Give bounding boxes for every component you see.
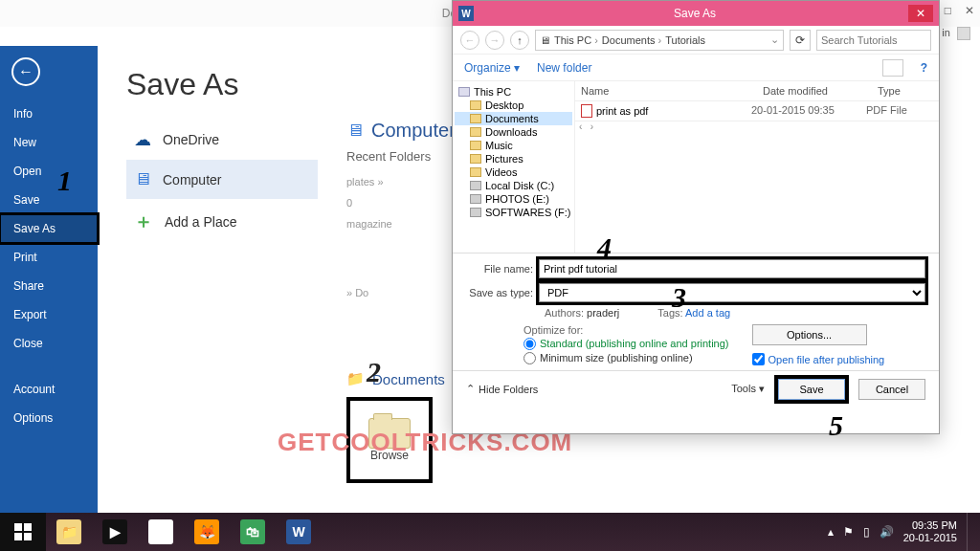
options-button[interactable]: Options... [752,324,867,345]
file-list-header[interactable]: Name Date modified Type [575,81,939,101]
tree-item[interactable]: Music [455,139,572,152]
save-button[interactable]: Save [778,379,845,400]
saveastype-select[interactable]: PDF [539,283,925,302]
search-input[interactable] [816,30,931,51]
add-tag-link[interactable]: Add a tag [685,307,730,319]
col-name[interactable]: Name [575,81,757,100]
folder-icon [470,154,481,164]
place-onedrive[interactable]: ☁ OneDrive [126,120,318,160]
folder-icon [470,127,481,137]
save-as-dialog: W Save As ✕ ← → ↑ 🖥 This PC Documents Tu… [452,0,940,434]
breadcrumb-item[interactable]: Documents [602,34,661,46]
folder-icon [470,141,481,150]
chevron-down-icon[interactable]: ⌄ [770,33,779,46]
sidebar-item-account[interactable]: Account [0,375,98,404]
open-after-checkbox[interactable]: Open file after publishing [752,353,885,365]
taskbar-firefox[interactable]: 🦊 [184,513,230,551]
tree-item[interactable]: Documents [455,112,572,125]
help-icon[interactable]: ? [921,61,927,75]
pdf-icon [581,104,592,118]
hide-folders-button[interactable]: ⌃ Hide Folders [466,383,538,395]
sidebar-item-export[interactable]: Export [0,300,98,329]
chevron-up-icon: ⌃ [466,383,475,395]
back-button[interactable]: ← [11,57,40,86]
computer-icon: 🖥 [134,169,151,189]
sidebar-item-share[interactable]: Share [0,272,98,300]
taskbar-clock[interactable]: 09:35 PM 20-01-2015 [903,519,957,544]
taskbar-file-explorer[interactable]: 📁 [46,513,92,551]
sidebar-item-close[interactable]: Close [0,329,98,358]
flag-icon[interactable]: ⚑ [843,525,854,539]
nav-up-button[interactable]: ↑ [510,31,529,50]
avatar-icon[interactable] [957,27,970,40]
drive-icon [470,181,481,190]
sidebar-item-open[interactable]: Open [0,157,98,186]
restore-icon[interactable]: □ [945,4,951,17]
close-icon[interactable]: ✕ [965,4,974,17]
dialog-title: Save As [481,7,908,20]
tree-item[interactable]: PHOTOS (E:) [455,192,572,206]
backstage-sidebar: ← Info New Open Save Save As Print Share… [0,46,98,513]
nav-forward-button[interactable]: → [485,31,504,50]
network-icon[interactable]: ▯ [863,525,870,539]
volume-icon[interactable]: 🔊 [880,525,894,539]
authors-value[interactable]: praderj [587,307,619,319]
sidebar-item-new[interactable]: New [0,128,98,157]
tree-item[interactable]: Local Disk (C:) [455,179,572,192]
sidebar-item-save[interactable]: Save [0,186,98,214]
tree-item[interactable]: Videos [455,165,572,179]
refresh-button[interactable]: ⟳ [790,30,811,51]
computer-icon: 🖥 [346,121,364,141]
file-row[interactable]: print as pdf20-01-2015 09:35PDF File [575,101,939,121]
taskbar-word[interactable]: W [276,513,322,551]
optimize-minimum-radio[interactable]: Minimum size (publishing online) [523,352,729,364]
sidebar-item-info[interactable]: Info [0,99,98,128]
folder-tree[interactable]: This PCDesktopDocumentsDownloadsMusicPic… [453,81,575,253]
sidebar-item-print[interactable]: Print [0,243,98,272]
clock-date: 20-01-2015 [903,532,957,544]
tools-menu[interactable]: Tools ▾ [731,383,765,395]
place-onedrive-label: OneDrive [163,132,219,147]
tree-item[interactable]: Desktop [455,99,572,112]
word-backstage-window: Document1 - Word ? — □ ✕ Sign in ← Info … [0,0,980,513]
taskbar-chrome[interactable]: ◉ [138,513,184,551]
tree-item[interactable]: SOFTWARES (F:) [455,206,572,219]
dialog-nav: ← → ↑ 🖥 This PC Documents Tutorials ⌄ ⟳ [453,26,939,55]
breadcrumb-item[interactable]: This PC [554,34,598,46]
tree-item[interactable]: Downloads [455,125,572,139]
dialog-footer: ⌃ Hide Folders Tools ▾ Save Cancel [453,370,939,407]
filename-label: File name: [466,263,539,275]
system-tray: ▴ ⚑ ▯ 🔊 09:35 PM 20-01-2015 [828,513,980,551]
annotation-4: 4 [597,231,612,264]
start-button[interactable] [0,513,46,551]
taskbar: 📁 ▶ ◉ 🦊 🛍 W ▴ ⚑ ▯ 🔊 09:35 PM 20-01-2015 [0,513,980,551]
tree-item[interactable]: This PC [455,85,572,99]
col-date[interactable]: Date modified [757,81,872,100]
breadcrumb-item[interactable]: Tutorials [665,34,705,46]
nav-back-button[interactable]: ← [460,31,479,50]
tree-item[interactable]: Pictures [455,152,572,165]
taskbar-media-player[interactable]: ▶ [92,513,138,551]
drive-icon [470,194,481,204]
taskbar-store[interactable]: 🛍 [230,513,276,551]
breadcrumb-bar[interactable]: 🖥 This PC Documents Tutorials ⌄ [535,30,784,51]
show-desktop-button[interactable] [967,513,974,551]
folder-icon [470,167,481,177]
file-list: Name Date modified Type print as pdf20-0… [575,81,939,253]
place-computer[interactable]: 🖥 Computer [126,160,318,199]
sidebar-item-options[interactable]: Options [0,404,98,432]
place-add[interactable]: ＋ Add a Place [126,199,318,244]
annotation-5: 5 [829,409,843,442]
annotation-2: 2 [367,356,381,388]
dialog-toolbar: Organize ▾ New folder ? [453,55,939,81]
col-type[interactable]: Type [872,81,939,100]
new-folder-button[interactable]: New folder [537,61,591,75]
dialog-close-button[interactable]: ✕ [908,5,933,22]
tray-expand-icon[interactable]: ▴ [828,525,834,539]
place-add-label: Add a Place [165,214,237,230]
cancel-button[interactable]: Cancel [858,379,925,400]
optimize-standard-radio[interactable]: Standard (publishing online and printing… [523,338,729,350]
organize-menu[interactable]: Organize ▾ [464,61,520,75]
sidebar-item-save-as[interactable]: Save As [0,214,98,243]
view-mode-button[interactable] [882,59,903,77]
